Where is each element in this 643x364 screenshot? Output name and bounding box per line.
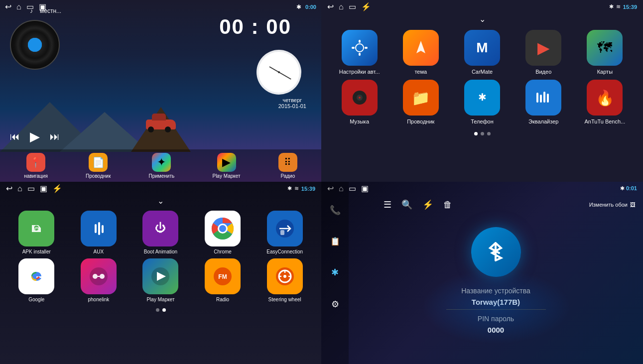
dock-radio[interactable]: ⠿ Радио bbox=[278, 153, 297, 179]
app-carmate[interactable]: M CarMate bbox=[454, 30, 510, 75]
bluetooth-status-icon: ✱ bbox=[296, 3, 301, 10]
phone-icon: ✱ bbox=[464, 80, 500, 116]
drawer-status-right: ✱ ≋ 15:39 bbox=[287, 185, 315, 192]
recent-icon[interactable]: ▭ bbox=[26, 2, 34, 11]
nav-left-apps: ↩ ⌂ ▭ ⚡ bbox=[327, 2, 371, 11]
carmate-icon: M bbox=[464, 30, 500, 66]
drawer-chrome[interactable]: Chrome bbox=[194, 211, 252, 254]
svg-rect-4 bbox=[365, 47, 368, 49]
app-equalizer[interactable]: Эквалайзер bbox=[515, 80, 572, 124]
recent-icon-drawer[interactable]: ▭ bbox=[27, 184, 35, 193]
easy-label: EasyConnection bbox=[266, 249, 303, 254]
bluetooth-icon-drawer: ✱ bbox=[287, 185, 292, 192]
sidebar-settings-icon[interactable]: ⚙ bbox=[328, 296, 342, 313]
screenshot-icon-drawer[interactable]: ▣ bbox=[40, 184, 47, 193]
bt-sidebar: 📞 📋 ✱ ⚙ bbox=[321, 182, 349, 364]
drawer-dot-2[interactable] bbox=[162, 308, 166, 312]
files-dock-icon: 📄 bbox=[89, 153, 108, 172]
chevron-drawer[interactable]: ⌄ bbox=[0, 195, 321, 207]
apps-status-right: ✱ ≋ 15:39 bbox=[609, 3, 637, 10]
search-icon[interactable]: 🔍 bbox=[401, 199, 412, 210]
bt-status-time: 0:01 bbox=[626, 185, 637, 191]
home-icon[interactable]: ⌂ bbox=[16, 2, 21, 11]
wallpaper-button[interactable]: Изменить обои 🖼 bbox=[589, 202, 636, 208]
svg-text:APK: APK bbox=[33, 227, 40, 230]
home-icon-drawer[interactable]: ⌂ bbox=[17, 184, 22, 193]
dock-apps[interactable]: ✦ Применить bbox=[149, 153, 175, 179]
back-icon[interactable]: ↩ bbox=[5, 2, 11, 11]
dock-nav[interactable]: 📍 навигация bbox=[24, 153, 48, 179]
play-button[interactable]: ▶ bbox=[30, 129, 40, 144]
app-theme[interactable]: тема bbox=[392, 30, 449, 75]
drawer-easy[interactable]: EasyConnection bbox=[256, 211, 314, 254]
panel-apps: ↩ ⌂ ▭ ⚡ ✱ ≋ 15:39 ⌄ Настройки авт... тем… bbox=[321, 0, 643, 182]
recent-icon-bt[interactable]: ▭ bbox=[349, 184, 356, 193]
prev-button[interactable]: ⏮ bbox=[10, 131, 20, 142]
svg-rect-18 bbox=[95, 224, 97, 233]
drawer-boot[interactable]: ⏻ Boot Animation bbox=[131, 211, 190, 254]
app-settings[interactable]: Настройки авт... bbox=[331, 30, 387, 75]
drawer-radio[interactable]: FM Radio bbox=[194, 258, 252, 302]
app-video[interactable]: ▶ Видео bbox=[515, 30, 572, 75]
usb-icon-apps: ⚡ bbox=[361, 2, 371, 11]
app-phone[interactable]: ✱ Телефон bbox=[454, 80, 510, 124]
drawer-aux[interactable]: AUX bbox=[70, 211, 128, 254]
delete-icon[interactable]: 🗑 bbox=[443, 200, 452, 210]
app-maps[interactable]: 🗺 Карты bbox=[577, 30, 633, 75]
dot-2[interactable] bbox=[481, 132, 484, 135]
apps-dock-icon: ✦ bbox=[152, 153, 171, 172]
drawer-status-time: 15:39 bbox=[301, 186, 315, 192]
phonelink-icon bbox=[81, 258, 117, 294]
dock-files[interactable]: 📄 Проводник bbox=[86, 153, 111, 179]
back-icon-drawer[interactable]: ↩ bbox=[6, 184, 12, 193]
music-controls: ⏮ ▶ ⏭ bbox=[10, 129, 60, 144]
dot-3[interactable] bbox=[487, 132, 491, 135]
drawer-phonelink[interactable]: phonelink bbox=[70, 258, 128, 302]
radio-dock-icon: ⠿ bbox=[278, 153, 297, 172]
chrome-icon bbox=[205, 211, 241, 246]
wifi-icon-apps: ≋ bbox=[616, 3, 621, 10]
screenshot-icon-bt[interactable]: ▣ bbox=[361, 184, 369, 193]
play-center-icon: ♪ bbox=[28, 38, 42, 52]
dot-1[interactable] bbox=[474, 132, 478, 135]
drawer-apk[interactable]: APK APK installer bbox=[7, 211, 66, 254]
home-icon-apps[interactable]: ⌂ bbox=[339, 2, 344, 11]
clock-widget bbox=[257, 50, 301, 95]
svg-rect-3 bbox=[352, 47, 355, 49]
video-icon: ▶ bbox=[525, 30, 561, 66]
drawer-steering[interactable]: Steering wheel bbox=[256, 258, 314, 302]
eq-icon bbox=[525, 80, 561, 116]
bt-status-bar: ↩ ⌂ ▭ ▣ ✱ 0:01 bbox=[321, 182, 643, 195]
back-icon-apps[interactable]: ↩ bbox=[327, 2, 334, 11]
svg-rect-1 bbox=[359, 40, 361, 43]
sidebar-bt-icon[interactable]: ✱ bbox=[328, 264, 342, 281]
antutu-label: AnTuTu Bench... bbox=[585, 119, 626, 124]
dock-market[interactable]: ▶ Play Маркет bbox=[212, 153, 240, 179]
app-antutu[interactable]: 🔥 AnTuTu Bench... bbox=[577, 80, 633, 124]
drawer-grid: APK APK installer AUX ⏻ Boot Animation bbox=[0, 207, 321, 306]
nav-left-music: ↩ ⌂ ▭ ▣ bbox=[5, 2, 46, 11]
bt-toolbar: ☰ 🔍 ⚡ 🗑 Изменить обои 🖼 bbox=[376, 197, 643, 213]
recent-icon-apps[interactable]: ▭ bbox=[349, 2, 356, 11]
list-icon[interactable]: ☰ bbox=[384, 199, 391, 210]
app-explorer[interactable]: 📁 Проводник bbox=[392, 80, 449, 124]
connect-icon[interactable]: ⚡ bbox=[422, 199, 433, 210]
next-button[interactable]: ⏭ bbox=[50, 131, 60, 142]
chevron-apps[interactable]: ⌄ bbox=[321, 13, 643, 25]
drawer-dot-1[interactable] bbox=[156, 308, 159, 312]
apps-status-time: 15:39 bbox=[623, 4, 637, 10]
svg-point-31 bbox=[100, 274, 105, 279]
sidebar-phone-icon[interactable]: 📞 bbox=[327, 202, 344, 219]
drawer-google[interactable]: Google bbox=[7, 258, 66, 302]
screenshot-icon[interactable]: ▣ bbox=[39, 2, 46, 11]
drawer-playmarket[interactable]: Play Маркет bbox=[131, 258, 190, 302]
playmarket-label: Play Маркет bbox=[146, 297, 174, 302]
wallpaper-icon: 🖼 bbox=[630, 202, 636, 208]
vinyl-record[interactable]: ♪ bbox=[10, 20, 60, 70]
phonelink-label: phonelink bbox=[88, 297, 109, 302]
app-music[interactable]: Музыка bbox=[331, 80, 387, 124]
status-icons: ✱ 0:00 bbox=[296, 3, 316, 10]
bt-main: ☰ 🔍 ⚡ 🗑 Изменить обои 🖼 Название устройс… bbox=[349, 182, 643, 364]
sidebar-contacts-icon[interactable]: 📋 bbox=[327, 234, 343, 249]
svg-rect-11 bbox=[540, 95, 542, 103]
